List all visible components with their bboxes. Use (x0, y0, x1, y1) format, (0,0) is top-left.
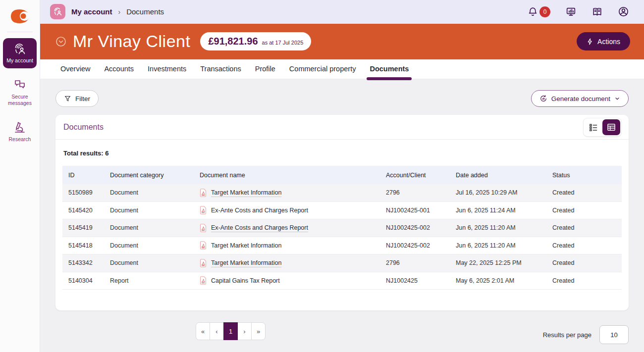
actions-button-label: Actions (597, 38, 620, 46)
document-name-link[interactable]: Target Market Information (211, 259, 281, 266)
pagination-last-button[interactable]: » (251, 322, 266, 340)
document-name-link[interactable]: Target Market Information (211, 242, 281, 249)
tab-profile[interactable]: Profile (254, 59, 276, 79)
table-header-row: ID Document category Document name Accou… (62, 166, 622, 184)
tab-transactions[interactable]: Transactions (199, 59, 242, 79)
documents-card: Documents (55, 115, 629, 310)
tab-commercial-property[interactable]: Commercial property (288, 59, 357, 79)
total-results: Total results: 6 (63, 150, 622, 157)
document-name-link[interactable]: Ex-Ante Costs and Charges Report (211, 207, 308, 214)
cell-status: Created (546, 277, 622, 284)
list-view-button[interactable] (585, 119, 602, 135)
sidebar-item-secure-messages[interactable]: Secure messages (3, 74, 37, 111)
pdf-file-icon (200, 276, 207, 285)
table-row: 5145418 Document Target Market Informati… (62, 237, 622, 255)
toolbar: Filter Generate document (55, 90, 629, 107)
cell-account: 2796 (380, 259, 450, 266)
table-row: 5145419 Document Ex-Ante Costs and Charg… (62, 219, 622, 237)
cell-status: Created (546, 189, 622, 196)
cell-status: Created (546, 259, 622, 266)
notifications-button[interactable]: 0 (528, 6, 550, 17)
generate-document-button[interactable]: Generate document (531, 90, 629, 107)
cell-status: Created (546, 207, 622, 214)
pagination-first-button[interactable]: « (196, 322, 210, 340)
documents-card-body: Total results: 6 ID Document category Do… (55, 140, 629, 310)
column-header-name: Document name (194, 172, 380, 179)
table-view-button[interactable] (602, 119, 620, 135)
filter-button-label: Filter (75, 95, 90, 102)
sidebar-item-label: Secure messages (4, 94, 36, 106)
cell-date: Jun 6, 2025 11:20 AM (450, 242, 546, 249)
cell-account: NJ1002425 (380, 277, 450, 284)
column-header-date: Date added (450, 172, 546, 179)
cell-account: 2796 (380, 189, 450, 196)
pagination-next-button[interactable]: › (237, 322, 252, 340)
cell-category: Document (104, 207, 194, 214)
pagination-prev-button[interactable]: ‹ (210, 322, 224, 340)
cell-account: NJ1002425-002 (380, 242, 450, 249)
table-row: 5150989 Document Target Market Informati… (62, 184, 622, 202)
filter-button[interactable]: Filter (55, 90, 99, 107)
tab-accounts[interactable]: Accounts (103, 59, 135, 79)
cell-account: NJ1002425-002 (380, 224, 450, 231)
actions-button[interactable]: Actions (577, 32, 630, 50)
profile-button[interactable] (618, 6, 629, 17)
sidebar-item-my-account[interactable]: My account (3, 38, 37, 68)
tab-investments[interactable]: Investments (147, 59, 187, 79)
cell-date: Jun 6, 2025 11:24 AM (450, 207, 546, 214)
client-tabs: Overview Accounts Investments Transactio… (40, 59, 644, 79)
microscope-icon (13, 121, 26, 134)
cell-category: Document (104, 242, 194, 249)
results-per-page-select[interactable]: 10 (599, 325, 629, 344)
document-name-link[interactable]: Target Market Information (211, 189, 281, 196)
chevron-down-icon (614, 96, 620, 101)
pagination: « ‹ 1 › » (196, 322, 266, 340)
sidebar: My account Secure messages Research (0, 0, 40, 352)
view-toggle-group (583, 118, 622, 137)
documents-card-header: Documents (55, 115, 629, 140)
cell-category: Document (104, 259, 194, 266)
topbar-icons: 0 (528, 6, 629, 17)
table-row: 5140304 Report Capital Gains Tax Report … (62, 272, 622, 290)
bell-icon (528, 6, 538, 17)
column-header-status: Status (546, 172, 622, 179)
document-name-link[interactable]: Capital Gains Tax Report (211, 277, 280, 284)
main-area: My account › Documents 0 (40, 0, 644, 352)
pdf-file-icon (200, 189, 207, 197)
collapse-chevron-icon[interactable] (55, 36, 67, 48)
my-account-breadcrumb-icon (50, 4, 65, 19)
generate-report-icon (539, 95, 547, 102)
dashboard-button[interactable] (565, 6, 577, 17)
table-row: 5143342 Document Target Market Informati… (62, 254, 622, 272)
cell-status: Created (546, 224, 622, 231)
logo-icon (8, 8, 31, 25)
tab-label: Overview (60, 65, 90, 73)
library-button[interactable] (591, 6, 603, 17)
results-per-page-label: Results per page (543, 331, 591, 339)
sidebar-item-label: My account (6, 57, 33, 64)
tab-overview[interactable]: Overview (59, 59, 91, 79)
pagination-page-1-button[interactable]: 1 (223, 322, 238, 340)
portfolio-value-pill: £91,821.96 as at 17 Jul 2025 (200, 32, 311, 50)
pagination-row: « ‹ 1 › » Results per page 10 (55, 322, 629, 352)
lightning-icon (587, 38, 593, 46)
breadcrumb: My account › Documents (50, 4, 164, 19)
content-area: Filter Generate document Documents (40, 79, 644, 352)
cell-id: 5145420 (62, 207, 104, 214)
cell-status: Created (546, 242, 622, 249)
document-name-link[interactable]: Ex-Ante Costs and Charges Report (211, 224, 308, 231)
column-header-id: ID (62, 172, 104, 179)
breadcrumb-page: Documents (126, 7, 164, 16)
column-header-category: Document category (104, 172, 194, 179)
tab-label: Commercial property (289, 65, 356, 73)
breadcrumb-section[interactable]: My account (71, 7, 112, 16)
table-view-icon (607, 123, 616, 131)
user-circle-icon (618, 6, 629, 17)
cell-date: May 22, 2025 12:25 PM (450, 259, 546, 266)
cell-date: May 6, 2025 2:01 AM (450, 277, 546, 284)
open-book-icon (591, 6, 603, 17)
pdf-file-icon (200, 259, 207, 267)
sidebar-item-research[interactable]: Research (3, 117, 37, 147)
sidebar-divider (7, 32, 33, 32)
tab-documents[interactable]: Documents (369, 59, 410, 79)
